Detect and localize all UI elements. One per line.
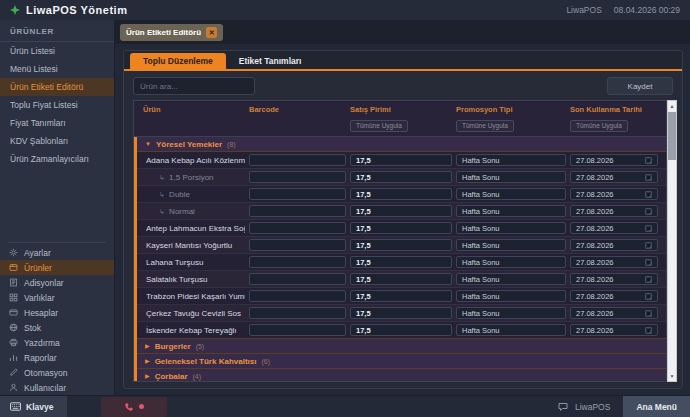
- sidebar-module-stok[interactable]: Stok: [0, 320, 114, 335]
- price-input[interactable]: [350, 239, 452, 251]
- sidebar-item-toplu-fiyat-listesi[interactable]: Toplu Fiyat Listesi: [0, 96, 114, 114]
- sidebar-module-adisyonlar[interactable]: Adisyonlar: [0, 275, 114, 290]
- sidebar-module-otomasyon[interactable]: Otomasyon: [0, 365, 114, 380]
- calendar-icon[interactable]: [645, 327, 652, 334]
- barcode-input[interactable]: [249, 273, 346, 285]
- apply-all-button[interactable]: Tümüne Uygula: [456, 120, 514, 132]
- price-input[interactable]: [350, 256, 452, 268]
- barcode-input[interactable]: [249, 154, 346, 166]
- table-row: Salatalık TurşusuHafta Sonu27.08.2026: [137, 271, 666, 288]
- search-input[interactable]: [133, 77, 255, 95]
- calendar-icon[interactable]: [645, 259, 652, 266]
- promotion-select[interactable]: Hafta Sonu: [456, 205, 566, 217]
- price-input[interactable]: [350, 154, 452, 166]
- barcode-input[interactable]: [249, 188, 346, 200]
- sidebar-item-men-listesi[interactable]: Menü Listesi: [0, 60, 114, 78]
- calendar-icon[interactable]: [645, 242, 652, 249]
- sidebar-module-yazd-rma[interactable]: Yazdırma: [0, 335, 114, 350]
- sidebar-item-r-n-listesi[interactable]: Ürün Listesi: [0, 42, 114, 60]
- column-header-r-n: Ürün: [143, 105, 245, 114]
- group-header-orbalar[interactable]: ▶Çorbalar(4): [137, 368, 666, 381]
- price-input[interactable]: [350, 324, 452, 336]
- price-input[interactable]: [350, 307, 452, 319]
- promotion-select[interactable]: Hafta Sonu: [456, 307, 566, 319]
- price-input[interactable]: [350, 171, 452, 183]
- sidebar-item-fiyat-tan-mlar[interactable]: Fiyat Tanımları: [0, 114, 114, 132]
- main-menu-button[interactable]: Ana Menü: [623, 396, 690, 417]
- barcode-input[interactable]: [249, 171, 346, 183]
- calendar-icon[interactable]: [645, 191, 652, 198]
- scrollbar-thumb[interactable]: [668, 112, 676, 160]
- calendar-icon[interactable]: [645, 276, 652, 283]
- pencil-icon: [9, 368, 18, 377]
- apply-all-button[interactable]: Tümüne Uygula: [350, 120, 408, 132]
- expiry-date-input[interactable]: 27.08.2026: [570, 273, 658, 285]
- expiry-date-input[interactable]: 27.08.2026: [570, 222, 658, 234]
- tab-etiket-tan-mlar[interactable]: Etiket Tanımları: [226, 53, 315, 69]
- close-tab-icon[interactable]: ✕: [206, 27, 217, 38]
- group-header-y-resel-yemekler[interactable]: ▼Yöresel Yemekler(8): [137, 137, 666, 152]
- calendar-icon[interactable]: [645, 225, 652, 232]
- sidebar-module-varl-klar[interactable]: Varlıklar: [0, 290, 114, 305]
- tab-toplu-d-zenleme[interactable]: Toplu Düzenleme: [130, 53, 226, 69]
- promotion-select[interactable]: Hafta Sonu: [456, 188, 566, 200]
- promotion-select[interactable]: Hafta Sonu: [456, 273, 566, 285]
- sidebar-menu: Ürün ListesiMenü ListesiÜrün Etiketi Edi…: [0, 42, 114, 168]
- expiry-date-input[interactable]: 27.08.2026: [570, 256, 658, 268]
- sidebar-module-label: Adisyonlar: [24, 278, 64, 288]
- calendar-icon[interactable]: [645, 157, 652, 164]
- price-input[interactable]: [350, 222, 452, 234]
- barcode-input[interactable]: [249, 222, 346, 234]
- barcode-input[interactable]: [249, 307, 346, 319]
- barcode-input[interactable]: [249, 205, 346, 217]
- promotion-select[interactable]: Hafta Sonu: [456, 239, 566, 251]
- calendar-icon[interactable]: [645, 293, 652, 300]
- promotion-select[interactable]: Hafta Sonu: [456, 290, 566, 302]
- promotion-select[interactable]: Hafta Sonu: [456, 222, 566, 234]
- group-header-burgerler[interactable]: ▶Burgerler(5): [137, 338, 666, 354]
- document-tab-urun-etiketi-editoru[interactable]: Ürün Etiketi Editörü ✕: [120, 24, 223, 41]
- calendar-icon[interactable]: [645, 310, 652, 317]
- price-input[interactable]: [350, 273, 452, 285]
- sidebar-item-kdv-ablonlar[interactable]: KDV Şablonları: [0, 132, 114, 150]
- sidebar-module-hesaplar[interactable]: Hesaplar: [0, 305, 114, 320]
- scroll-up-icon[interactable]: ▲: [668, 101, 676, 111]
- barcode-input[interactable]: [249, 239, 346, 251]
- sidebar-item-r-n-zamanlay-c-lar[interactable]: Ürün Zamanlayıcıları: [0, 150, 114, 168]
- calendar-icon[interactable]: [645, 208, 652, 215]
- logged-in-user: LiwaPOS: [566, 5, 601, 15]
- price-input[interactable]: [350, 205, 452, 217]
- phone-button[interactable]: [101, 397, 167, 417]
- expiry-date-input[interactable]: 27.08.2026: [570, 188, 658, 200]
- calendar-icon[interactable]: [645, 174, 652, 181]
- keyboard-button[interactable]: Klavye: [0, 396, 67, 417]
- promotion-select[interactable]: Hafta Sonu: [456, 256, 566, 268]
- save-button[interactable]: Kaydet: [607, 77, 673, 95]
- scroll-down-icon[interactable]: ▼: [668, 371, 676, 381]
- group-name: Geleneksel Türk Kahvaltısı: [155, 357, 257, 366]
- expiry-date-input[interactable]: 27.08.2026: [570, 171, 658, 183]
- apply-all-button[interactable]: Tümüne Uygula: [570, 120, 628, 132]
- barcode-input[interactable]: [249, 256, 346, 268]
- price-input[interactable]: [350, 188, 452, 200]
- promotion-select[interactable]: Hafta Sonu: [456, 171, 566, 183]
- chat-bubble-icon[interactable]: [558, 402, 568, 412]
- expiry-date-input[interactable]: 27.08.2026: [570, 307, 658, 319]
- sidebar-module-r-nler[interactable]: Ürünler: [0, 260, 114, 275]
- sidebar-module-raporlar[interactable]: Raporlar: [0, 350, 114, 365]
- promotion-select[interactable]: Hafta Sonu: [456, 154, 566, 166]
- sidebar-module-ayarlar[interactable]: Ayarlar: [0, 245, 114, 260]
- barcode-input[interactable]: [249, 290, 346, 302]
- promotion-select[interactable]: Hafta Sonu: [456, 324, 566, 336]
- sidebar-item-r-n-etiketi-edit-r[interactable]: Ürün Etiketi Editörü: [0, 78, 114, 96]
- sidebar-module-kullan-c-lar[interactable]: Kullanıcılar: [0, 380, 114, 395]
- price-input[interactable]: [350, 290, 452, 302]
- vertical-scrollbar[interactable]: ▲ ▼: [667, 100, 677, 382]
- barcode-input[interactable]: [249, 324, 346, 336]
- expiry-date-input[interactable]: 27.08.2026: [570, 324, 658, 336]
- expiry-date-input[interactable]: 27.08.2026: [570, 154, 658, 166]
- expiry-date-input[interactable]: 27.08.2026: [570, 239, 658, 251]
- expiry-date-input[interactable]: 27.08.2026: [570, 205, 658, 217]
- group-header-geleneksel-t-rk-kahvalt-s[interactable]: ▶Geleneksel Türk Kahvaltısı(6): [137, 353, 666, 369]
- expiry-date-input[interactable]: 27.08.2026: [570, 290, 658, 302]
